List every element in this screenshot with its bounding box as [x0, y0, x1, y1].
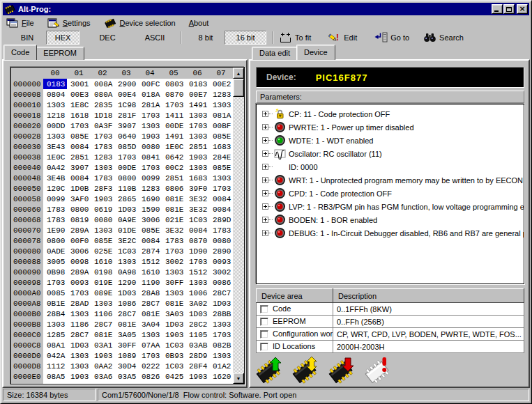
hex-cell[interactable]: 28C7 [91, 319, 114, 329]
hex-cell[interactable]: 1610 [138, 267, 162, 277]
hex-cell[interactable]: 284E [209, 152, 233, 162]
hex-cell[interactable]: 0B93 [162, 350, 185, 361]
hex-cell[interactable]: 1303 [162, 267, 185, 277]
hex-cell[interactable]: 0B98 [43, 267, 67, 277]
hex-cell[interactable]: 1D03 [114, 288, 138, 298]
hex-cell[interactable]: 0080 [138, 141, 162, 152]
hex-cell[interactable]: 1303 [43, 131, 67, 141]
hex-cell[interactable]: 1683 [209, 141, 233, 152]
parameter-item-id[interactable]: ID: 0000 [257, 160, 524, 173]
parameter-item-wdte[interactable]: WDTE: 1 - WDT enabled [257, 134, 524, 147]
hex-cell[interactable]: 3907 [114, 121, 138, 131]
parameter-item-pwrte[interactable]: PWRTE: 1 - Power up timer disabled [257, 121, 524, 134]
expand-plus-icon[interactable] [262, 111, 268, 117]
menu-item-about[interactable]: About [188, 18, 211, 28]
hex-cell[interactable]: 0099 [43, 194, 67, 204]
hex-cell[interactable]: 1703 [43, 277, 67, 288]
hex-cell[interactable]: 008A [91, 79, 114, 89]
hex-cell[interactable]: 28C2 [185, 319, 209, 329]
hex-cell[interactable]: 1E90 [43, 225, 67, 235]
hex-cell[interactable]: 0099 [138, 173, 162, 183]
hex-cell[interactable]: 1683 [185, 173, 209, 183]
hex-cell[interactable]: 1703 [209, 329, 233, 340]
hex-cell[interactable]: 1303 [67, 309, 91, 319]
hex-cell[interactable]: 0800 [114, 173, 138, 183]
hex-cell[interactable]: 1C98 [114, 100, 138, 110]
hex-cell[interactable]: 0841 [138, 152, 162, 162]
hex-cell[interactable]: 3907 [67, 162, 91, 173]
hex-cell[interactable]: 1703 [185, 121, 209, 131]
hex-cell[interactable]: 2865 [114, 194, 138, 204]
action-button-go-to[interactable]: Go to [374, 32, 409, 42]
hex-cell[interactable]: 0A9E [114, 215, 138, 225]
hex-cell[interactable]: 0093 [209, 256, 233, 267]
hex-cell[interactable]: 2874 [138, 246, 162, 256]
hex-cell[interactable]: 3001 [67, 79, 91, 89]
hex-cell[interactable]: 080A [91, 89, 114, 100]
hex-cell[interactable]: 281A [138, 100, 162, 110]
parameter-item-wrt[interactable]: WRT: 1 - Unprotected program memory may … [257, 173, 524, 187]
hex-cell[interactable]: 3002 [162, 256, 185, 267]
hex-cell[interactable]: 28A8 [138, 288, 162, 298]
hex-cell[interactable]: 0084 [67, 141, 91, 152]
hex-cell[interactable]: 1D18 [91, 110, 114, 121]
hex-cell[interactable]: 1783 [91, 141, 114, 152]
hex-cell[interactable]: 00DD [43, 121, 67, 131]
hex-cell[interactable]: 3E2C [114, 235, 138, 246]
hex-cell[interactable]: 1303 [209, 173, 233, 183]
hex-cell[interactable]: 1703 [185, 256, 209, 267]
hex-cell[interactable]: 1703 [114, 152, 138, 162]
hex-cell[interactable]: 1703 [162, 100, 185, 110]
hex-cell[interactable]: 28C7 [114, 309, 138, 319]
hex-cell[interactable]: 289D [209, 215, 233, 225]
hex-cell[interactable]: 0198 [91, 267, 114, 277]
hex-cell[interactable]: 2900 [114, 79, 138, 89]
hex-cell[interactable]: 0806 [162, 183, 185, 194]
minimize-button[interactable] [492, 4, 503, 14]
hex-cell[interactable]: 1303 [91, 298, 114, 309]
hex-cell[interactable]: 00E4 [114, 89, 138, 100]
hex-cell[interactable]: 08A2 [67, 382, 91, 384]
hex-cell[interactable]: 1086 [114, 298, 138, 309]
hex-cell[interactable]: 0870 [185, 235, 209, 246]
tab-eeprom[interactable]: EEPROM [36, 47, 84, 60]
hex-cell[interactable]: 3A04 [138, 319, 162, 329]
hex-cell[interactable]: 00BF [209, 121, 233, 131]
expand-plus-icon[interactable] [262, 177, 268, 183]
hex-cell[interactable]: 018A [138, 89, 162, 100]
hex-cell[interactable]: 2851 [162, 173, 185, 183]
hex-cell[interactable]: 1303 [138, 121, 162, 131]
menu-item-device-selection[interactable]: Device selection [102, 17, 177, 29]
hex-cell[interactable]: 085E [138, 225, 162, 235]
maximize-button[interactable] [503, 4, 515, 14]
expand-plus-icon[interactable] [262, 124, 268, 130]
hex-cell[interactable]: 1303 [43, 319, 67, 329]
hex-cell[interactable]: 2835 [91, 100, 114, 110]
hex-cell[interactable]: 03A2 [138, 382, 162, 384]
hex-cell[interactable]: 1303 [91, 225, 114, 235]
hex-cell[interactable]: 1903 [209, 382, 233, 384]
hex-cell[interactable]: 1703 [43, 382, 67, 384]
hex-cell[interactable]: 1283 [209, 89, 233, 100]
hex-cell[interactable]: 1218 [43, 110, 67, 121]
hex-cell[interactable]: 0AA2 [91, 361, 114, 371]
hex-cell[interactable]: 1D90 [185, 246, 209, 256]
hex-cell[interactable]: 1610 [91, 256, 114, 267]
scroll-up-icon[interactable]: ▲ [233, 68, 244, 79]
parameter-item-debug[interactable]: DEBUG: 1 - In-Circuit Debugger disabled,… [257, 226, 524, 240]
tab-data-edit[interactable]: Data edit [252, 47, 298, 60]
hex-cell[interactable]: 1703 [162, 246, 185, 256]
hex-cell[interactable]: 1D03 [209, 298, 233, 309]
hex-cell[interactable]: 1C03 [162, 361, 185, 371]
hex-cell[interactable]: 085D [114, 141, 138, 152]
hex-cell[interactable]: 1D0B [67, 183, 91, 194]
write-device-button[interactable] [327, 357, 359, 384]
hex-cell[interactable]: 0619 [91, 204, 114, 215]
hex-cell[interactable]: 0803 [162, 79, 185, 89]
area-checkbox[interactable] [260, 305, 268, 313]
expand-plus-icon[interactable] [262, 137, 268, 143]
hex-cell[interactable]: 0098 [67, 256, 91, 267]
hex-cell[interactable]: 28F4 [185, 361, 209, 371]
hex-cell[interactable]: 1106 [91, 309, 114, 319]
hex-cell[interactable]: 0425 [162, 371, 185, 382]
